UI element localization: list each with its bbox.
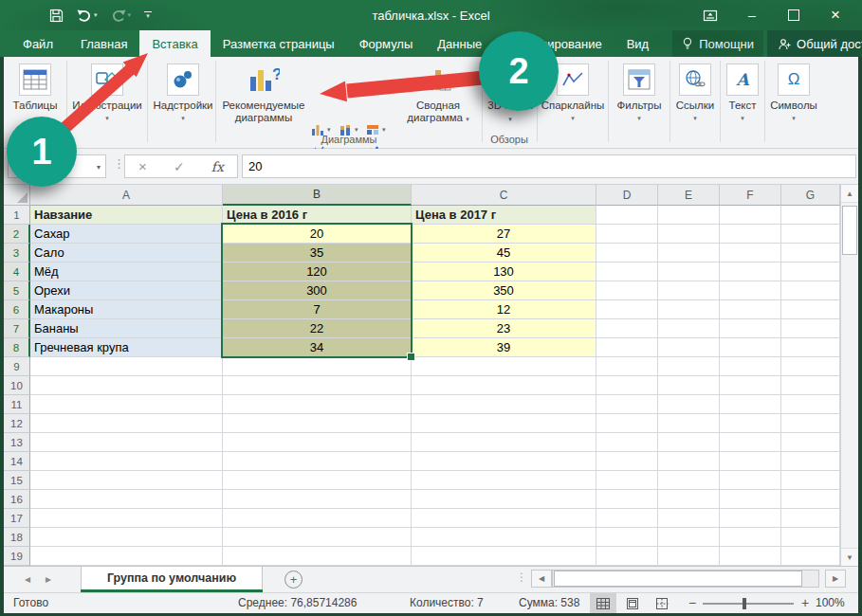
cell-C6[interactable]: 12 <box>412 300 596 319</box>
view-page-layout-button[interactable] <box>619 593 646 613</box>
cell-G4[interactable] <box>781 263 840 281</box>
cell-F19[interactable] <box>720 547 781 566</box>
cell-C8[interactable]: 39 <box>412 338 596 357</box>
cell-D19[interactable] <box>596 547 658 566</box>
cell-C1[interactable]: Цена в 2017 г <box>412 206 596 225</box>
cell-B6[interactable]: 7 <box>223 300 412 319</box>
cell-G1[interactable] <box>781 206 840 225</box>
cell-E3[interactable] <box>658 244 720 263</box>
cell-D4[interactable] <box>596 263 658 281</box>
row-header-6[interactable]: 6 <box>4 300 30 319</box>
tell-me-button[interactable]: Помощни <box>672 30 763 57</box>
cell-G8[interactable] <box>781 338 840 357</box>
cell-F8[interactable] <box>720 338 781 357</box>
cell-G11[interactable] <box>781 395 840 414</box>
addins-button[interactable]: Надстройки ▾ <box>150 60 216 145</box>
row-header-17[interactable]: 17 <box>4 509 30 528</box>
cell-B5[interactable]: 300 <box>223 281 412 300</box>
row-header-9[interactable]: 9 <box>4 357 30 376</box>
cell-G2[interactable] <box>781 225 840 244</box>
column-header-F[interactable]: F <box>720 185 781 206</box>
cell-E1[interactable] <box>658 206 720 225</box>
confirm-entry-icon[interactable]: ✓ <box>174 159 185 174</box>
cell-G12[interactable] <box>781 414 840 433</box>
cell-D13[interactable] <box>596 433 658 452</box>
select-all-corner[interactable] <box>4 185 30 206</box>
cell-F2[interactable] <box>720 225 781 244</box>
cell-D6[interactable] <box>596 300 658 319</box>
cell-F14[interactable] <box>720 452 781 471</box>
cell-E10[interactable] <box>658 376 720 395</box>
cell-F13[interactable] <box>720 433 781 452</box>
cell-B16[interactable] <box>223 490 412 509</box>
cell-D17[interactable] <box>596 509 658 528</box>
row-header-18[interactable]: 18 <box>4 528 30 547</box>
tab-file[interactable]: Файл <box>8 30 68 57</box>
cell-E6[interactable] <box>658 300 720 319</box>
scroll-right-icon[interactable]: ▶ <box>825 570 846 588</box>
cell-F17[interactable] <box>720 509 781 528</box>
cell-D9[interactable] <box>596 357 658 376</box>
column-header-C[interactable]: C <box>412 185 596 206</box>
cell-C4[interactable]: 130 <box>412 263 596 281</box>
cell-G3[interactable] <box>781 244 840 263</box>
row-header-16[interactable]: 16 <box>4 490 30 509</box>
zoom-percentage[interactable]: 100% <box>816 596 845 609</box>
cell-E18[interactable] <box>658 528 720 547</box>
cell-C5[interactable]: 350 <box>412 281 596 300</box>
cell-D7[interactable] <box>596 319 658 338</box>
row-header-4[interactable]: 4 <box>4 263 30 281</box>
cell-D16[interactable] <box>596 490 658 509</box>
cell-C10[interactable] <box>412 376 596 395</box>
cell-A11[interactable] <box>30 395 223 414</box>
cell-A15[interactable] <box>30 471 223 490</box>
row-header-8[interactable]: 8 <box>4 338 30 357</box>
row-header-7[interactable]: 7 <box>4 319 30 338</box>
redo-button[interactable]: ▾ <box>111 9 132 22</box>
text-button[interactable]: A Текст ▾ <box>723 60 762 145</box>
cell-B8[interactable]: 34 <box>223 338 412 357</box>
cell-E14[interactable] <box>658 452 720 471</box>
cell-A7[interactable]: Бананы <box>30 319 223 338</box>
tab-home[interactable]: Главная <box>68 30 139 57</box>
cell-A17[interactable] <box>30 509 223 528</box>
share-button[interactable]: Общий доступ <box>767 30 862 57</box>
cell-F11[interactable] <box>720 395 781 414</box>
tab-view[interactable]: Вид <box>614 30 662 57</box>
cell-D11[interactable] <box>596 395 658 414</box>
cell-C2[interactable]: 27 <box>412 225 596 244</box>
cell-D10[interactable] <box>596 376 658 395</box>
cell-G17[interactable] <box>781 509 840 528</box>
cell-A14[interactable] <box>30 452 223 471</box>
cell-A5[interactable]: Орехи <box>30 281 223 300</box>
cell-G16[interactable] <box>781 490 840 509</box>
close-button[interactable]: × <box>815 0 856 30</box>
cell-B15[interactable] <box>223 471 412 490</box>
cell-F7[interactable] <box>720 319 781 338</box>
cell-G18[interactable] <box>781 528 840 547</box>
pivot-chart-button[interactable]: Сводная диаграмма ▾ <box>398 60 478 145</box>
cell-C14[interactable] <box>412 452 596 471</box>
cell-B19[interactable] <box>223 547 412 566</box>
cell-C7[interactable]: 23 <box>412 319 596 338</box>
row-header-5[interactable]: 5 <box>4 281 30 300</box>
cell-F12[interactable] <box>720 414 781 433</box>
cell-A8[interactable]: Гречневая крупа <box>30 338 223 357</box>
recommended-charts-button[interactable]: ? Рекомендуемые диаграммы <box>219 60 308 145</box>
cell-A1[interactable]: Навзание <box>30 206 223 225</box>
cell-B7[interactable]: 22 <box>223 319 412 338</box>
cell-D3[interactable] <box>596 244 658 263</box>
column-header-G[interactable]: G <box>781 185 840 206</box>
cell-C16[interactable] <box>412 490 596 509</box>
cell-D12[interactable] <box>596 414 658 433</box>
cell-B10[interactable] <box>223 376 412 395</box>
cell-A9[interactable] <box>30 357 223 376</box>
cell-D1[interactable] <box>596 206 658 225</box>
name-box-caret-icon[interactable]: ▾ <box>97 163 101 172</box>
cell-C9[interactable] <box>412 357 596 376</box>
cell-G19[interactable] <box>781 547 840 566</box>
cell-A6[interactable]: Макароны <box>30 300 223 319</box>
cell-C11[interactable] <box>412 395 596 414</box>
row-header-15[interactable]: 15 <box>4 471 30 490</box>
column-header-E[interactable]: E <box>658 185 720 206</box>
